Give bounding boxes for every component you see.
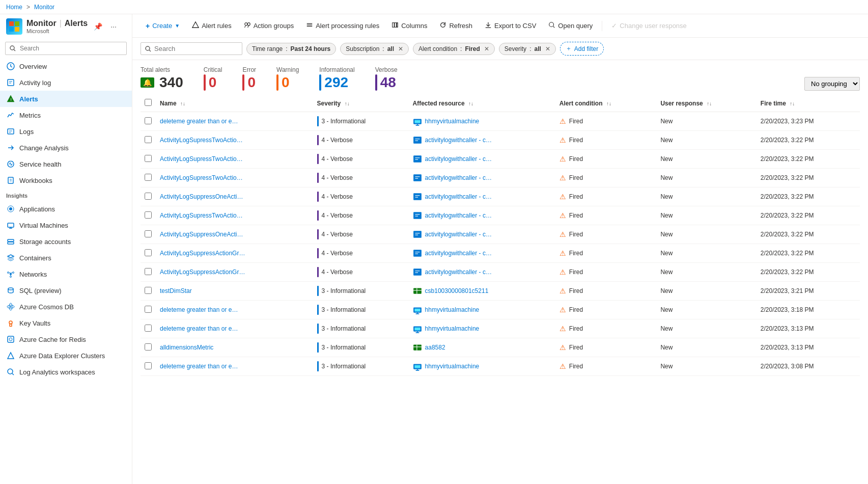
- sidebar-search-input[interactable]: [5, 42, 127, 55]
- row-checkbox[interactable]: [145, 174, 152, 181]
- sidebar-item-service-health[interactable]: Service health: [0, 156, 132, 172]
- add-filter-button[interactable]: ＋ Add filter: [560, 42, 604, 56]
- alert-name-link[interactable]: ActivityLogSuppressActionGr…: [160, 268, 257, 276]
- change-response-button[interactable]: ✓ Change user response: [606, 19, 692, 33]
- stat-critical[interactable]: Critical 0: [204, 66, 222, 91]
- action-groups-button[interactable]: Action groups: [239, 18, 299, 33]
- sidebar-item-storage-accounts[interactable]: Storage accounts: [0, 233, 132, 250]
- col-condition-sort[interactable]: ↑↓: [606, 101, 611, 106]
- sidebar-item-alerts[interactable]: ! Alerts: [0, 91, 132, 107]
- resource-link[interactable]: activitylogwithcaller - c…: [425, 137, 492, 144]
- breadcrumb-home[interactable]: Home: [6, 4, 22, 11]
- resource-link[interactable]: aa8582: [425, 344, 445, 351]
- sidebar-item-data-explorer[interactable]: Azure Data Explorer Clusters: [0, 347, 132, 364]
- more-options-button[interactable]: ···: [108, 21, 119, 32]
- row-checkbox[interactable]: [145, 325, 152, 332]
- main-search-input[interactable]: [154, 45, 231, 52]
- alert-rules-button[interactable]: Alert rules: [187, 18, 237, 33]
- alert-name-link[interactable]: deleteme greater than or e…: [160, 325, 257, 332]
- sidebar-item-applications[interactable]: Applications: [0, 201, 132, 217]
- subscription-close-icon[interactable]: ✕: [398, 45, 403, 52]
- row-checkbox[interactable]: [145, 136, 152, 143]
- sidebar-item-virtual-machines[interactable]: Virtual Machines: [0, 217, 132, 233]
- col-condition[interactable]: Alert condition ↑↓: [555, 95, 657, 112]
- subscription-filter[interactable]: Subscription : all ✕: [340, 43, 409, 55]
- sidebar-item-metrics[interactable]: Metrics: [0, 107, 132, 123]
- row-checkbox[interactable]: [145, 193, 152, 200]
- severity-close-icon[interactable]: ✕: [545, 45, 550, 52]
- col-name-sort[interactable]: ↑↓: [180, 101, 185, 106]
- pin-button[interactable]: 📌: [92, 21, 104, 32]
- open-query-button[interactable]: Open query: [543, 18, 598, 33]
- alert-name-link[interactable]: ActivityLogSuppressActionGr…: [160, 250, 257, 257]
- row-checkbox[interactable]: [145, 343, 152, 351]
- col-user-response-sort[interactable]: ↑↓: [707, 101, 712, 106]
- col-severity-sort[interactable]: ↑↓: [345, 101, 350, 106]
- alert-name-link[interactable]: ActivityLogSupressTwoActio…: [160, 155, 257, 163]
- main-search[interactable]: [141, 42, 242, 55]
- select-all-header[interactable]: [141, 95, 156, 112]
- create-button[interactable]: + Create ▼: [141, 19, 185, 33]
- alert-name-link[interactable]: deleteme greater than or e…: [160, 306, 257, 313]
- stat-warning[interactable]: Warning 0: [276, 66, 299, 91]
- sidebar-item-azure-cache[interactable]: Azure Cache for Redis: [0, 331, 132, 347]
- sidebar-item-workbooks[interactable]: Workbooks: [0, 172, 132, 189]
- resource-link[interactable]: activitylogwithcaller - c…: [425, 268, 492, 276]
- resource-link[interactable]: activitylogwithcaller - c…: [425, 193, 492, 200]
- alert-processing-button[interactable]: Alert processing rules: [301, 18, 384, 33]
- sidebar-item-logs[interactable]: Logs: [0, 123, 132, 140]
- resource-link[interactable]: activitylogwithcaller - c…: [425, 155, 492, 163]
- sidebar-item-cosmos[interactable]: Azure Cosmos DB: [0, 299, 132, 315]
- row-checkbox[interactable]: [145, 155, 152, 162]
- col-user-response[interactable]: User response ↑↓: [656, 95, 756, 112]
- col-name[interactable]: Name ↑↓: [156, 95, 313, 112]
- col-severity[interactable]: Severity ↑↓: [313, 95, 409, 112]
- select-all-checkbox[interactable]: [145, 99, 152, 106]
- sidebar-item-log-analytics[interactable]: Log Analytics workspaces: [0, 364, 132, 380]
- grouping-dropdown[interactable]: No grouping: [804, 77, 860, 91]
- sidebar-item-change-analysis[interactable]: Change Analysis: [0, 140, 132, 156]
- alert-name-link[interactable]: deleteme greater than or e…: [160, 363, 257, 370]
- row-checkbox[interactable]: [145, 249, 152, 256]
- row-checkbox[interactable]: [145, 268, 152, 275]
- row-checkbox[interactable]: [145, 117, 152, 124]
- resource-link[interactable]: activitylogwithcaller - c…: [425, 231, 492, 238]
- sidebar-item-activity-log[interactable]: Activity log: [0, 74, 132, 91]
- sidebar-item-overview[interactable]: Overview: [0, 58, 132, 74]
- col-resource-sort[interactable]: ↑↓: [468, 101, 473, 106]
- severity-filter[interactable]: Severity : all ✕: [499, 43, 556, 55]
- export-button[interactable]: Export to CSV: [480, 18, 541, 33]
- alert-condition-filter[interactable]: Alert condition : Fired ✕: [413, 43, 495, 55]
- alert-name-link[interactable]: alldimensionsMetric: [160, 344, 257, 351]
- resource-link[interactable]: hhmyvirtualmachine: [425, 325, 480, 332]
- alert-name-link[interactable]: ActivityLogSupressTwoActio…: [160, 212, 257, 219]
- stat-error[interactable]: Error 0: [242, 66, 256, 91]
- alert-name-link[interactable]: ActivityLogSupressTwoActio…: [160, 137, 257, 144]
- sidebar-item-networks[interactable]: Networks: [0, 266, 132, 282]
- row-checkbox[interactable]: [145, 306, 152, 313]
- resource-link[interactable]: activitylogwithcaller - c…: [425, 250, 492, 257]
- resource-link[interactable]: csb10030000801c5211: [425, 287, 489, 294]
- resource-link[interactable]: hhmyvirtualmachine: [425, 306, 480, 313]
- breadcrumb-current[interactable]: Monitor: [34, 4, 54, 11]
- resource-link[interactable]: activitylogwithcaller - c…: [425, 212, 492, 219]
- resource-link[interactable]: activitylogwithcaller - c…: [425, 174, 492, 181]
- sidebar-item-containers[interactable]: Containers: [0, 250, 132, 266]
- stat-informational[interactable]: Informational 292: [319, 66, 354, 91]
- alert-condition-close-icon[interactable]: ✕: [484, 45, 489, 52]
- sidebar-item-sql[interactable]: SQL (preview): [0, 282, 132, 299]
- alert-name-link[interactable]: ActivityLogSupressTwoActio…: [160, 174, 257, 181]
- stat-total[interactable]: Total alerts 🔔 340: [141, 66, 183, 91]
- alert-name-link[interactable]: ActivityLogSuppressOneActi…: [160, 231, 257, 238]
- alert-name-link[interactable]: testDimStar: [160, 287, 257, 294]
- alert-name-link[interactable]: deleteme greater than or e…: [160, 118, 257, 125]
- columns-button[interactable]: Columns: [386, 18, 432, 33]
- row-checkbox[interactable]: [145, 287, 152, 294]
- col-fire-time-sort[interactable]: ↑↓: [790, 101, 795, 106]
- stat-verbose[interactable]: Verbose 48: [375, 66, 398, 91]
- refresh-button[interactable]: Refresh: [434, 18, 478, 33]
- sidebar-item-key-vaults[interactable]: Key Vaults: [0, 315, 132, 331]
- row-checkbox[interactable]: [145, 362, 152, 369]
- col-resource[interactable]: Affected resource ↑↓: [409, 95, 555, 112]
- resource-link[interactable]: hhmyvirtualmachine: [425, 118, 480, 125]
